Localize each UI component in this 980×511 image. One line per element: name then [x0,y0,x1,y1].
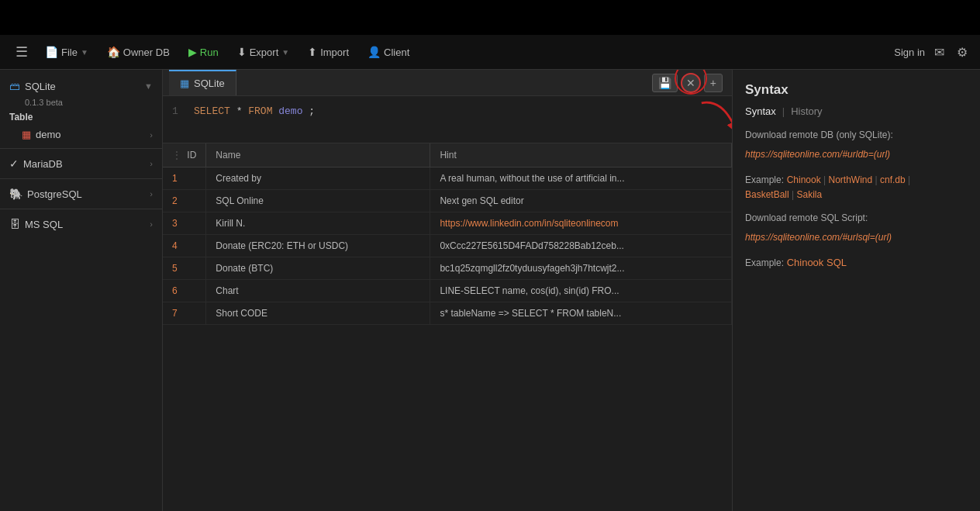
mssql-label: MS SQL [25,219,63,230]
example-link-basketball[interactable]: BasketBall [745,189,789,200]
kw-select: SELECT [194,105,230,117]
topnav-right: Sign in ✉ ⚙ [894,42,971,63]
kw-star: * [236,105,249,117]
file-icon: 📄 [45,46,58,58]
table-row: 7Short CODEs* tableName => SELECT * FROM… [163,302,732,325]
black-topbar [0,0,980,35]
file-menu[interactable]: 📄 File ▼ [37,42,96,62]
col-header-name: Name [206,143,430,167]
cell-hint: A real human, without the use of artific… [430,167,732,190]
cell-id: 3 [163,212,206,235]
editor-content[interactable]: 1 SELECT * FROM demo ; [163,96,732,143]
cell-id: 4 [163,235,206,257]
table-row: 3Kirill N.https://www.linkedin.com/in/sq… [163,212,732,235]
kw-table: demo [278,105,302,117]
download-remote-db-label: Download remote DB (only SQLite): [745,128,968,143]
cell-id: 2 [163,190,206,212]
run-icon: ▶ [188,46,197,58]
postgresql-icon: 🐘 [9,188,22,200]
client-menu[interactable]: 👤 Client [360,42,417,62]
add-tab-button[interactable]: + [704,74,723,92]
mariadb-icon: ✓ [9,157,19,170]
syntax-tab-divider: | [782,105,785,117]
close-btn-wrapper: ✕ [681,73,701,93]
code-line-1: 1 SELECT * FROM demo ; [172,104,723,120]
mssql-icon: 🗄 [9,218,20,230]
postgresql-chevron-icon: › [150,189,153,199]
cell-name: Donate (BTC) [206,257,430,280]
results-area[interactable]: ⋮ ID Name Hint 1Created byA real human, … [163,143,732,511]
export-menu[interactable]: ⬇ Export ▼ [229,42,297,62]
import-menu[interactable]: ⬆ Import [300,42,357,62]
download-remote-script-section: Download remote SQL Script: https://sqli… [745,211,968,245]
client-icon: 👤 [368,46,381,58]
example-link-chinook[interactable]: Chinook [787,174,821,185]
run-label: Run [200,47,219,58]
download-remote-db-section: Download remote DB (only SQLite): https:… [745,128,968,162]
syntax-tab-syntax[interactable]: Syntax [745,105,776,117]
cell-hint: s* tableName => SELECT * FROM tableN... [430,302,732,325]
settings-icon[interactable]: ⚙ [954,42,971,63]
results-header-row: ⋮ ID Name Hint [163,143,732,167]
sqlite-label: SQLite [25,81,56,92]
sidebar: 🗃 SQLite ▼ 0.1.3 beta Table ▦ demo › ✓ M… [0,70,163,511]
col-header-hint: Hint [430,143,732,167]
import-label: Import [320,47,349,58]
cell-hint: Next gen SQL editor [430,190,732,212]
sqlite-version: 0.1.3 beta [0,96,162,109]
demo-chevron-icon: › [150,130,153,140]
top-navigation: ☰ 📄 File ▼ 🏠 Owner DB ▶ Run ⬇ Export ▼ ⬆… [0,35,980,70]
sidebar-item-postgresql[interactable]: 🐘 PostgreSQL › [0,184,162,204]
main-content: ▦ SQLite 💾 ✕ [163,70,732,511]
sqlite-icon: 🗃 [9,80,20,92]
cell-name: SQL Online [206,190,430,212]
line-number-1: 1 [172,104,183,120]
sidebar-item-mariadb[interactable]: ✓ MariaDB › [0,154,162,174]
mariadb-label: MariaDB [23,158,63,170]
download-remote-db-url[interactable]: https://sqliteonline.com/#urldb=(url) [745,149,890,160]
file-dropdown-icon: ▼ [81,48,88,57]
download-remote-script-url[interactable]: https://sqliteonline.com/#urlsql=(url) [745,232,892,243]
cell-hint: LINE-SELECT name, cos(id), sin(id) FRO..… [430,280,732,302]
close-tab-button[interactable]: ✕ [681,73,701,93]
example-link-cnfdb[interactable]: cnf.db [880,174,906,185]
menu-icon[interactable]: ☰ [9,40,34,64]
export-icon: ⬇ [237,46,247,58]
example-label: Example: [745,174,784,185]
run-menu[interactable]: ▶ Run [181,42,226,62]
sidebar-item-demo[interactable]: ▦ demo › [0,126,162,143]
col-id-label: ID [187,150,196,161]
col-header-id: ⋮ ID [163,143,206,167]
postgresql-label: PostgreSQL [27,188,82,200]
mssql-db-left: 🗄 MS SQL [9,218,63,230]
mail-icon[interactable]: ✉ [931,42,947,63]
cell-name: Short CODE [206,302,430,325]
table-row: 2SQL OnlineNext gen SQL editor [163,190,732,212]
cell-name: Created by [206,167,430,190]
syntax-tab-history[interactable]: History [791,105,822,117]
sqlite-tab[interactable]: ▦ SQLite [169,70,236,95]
results-thead: ⋮ ID Name Hint [163,143,732,167]
ownerdb-menu[interactable]: 🏠 Owner DB [99,42,178,62]
table-row: 1Created byA real human, without the use… [163,167,732,190]
main-layout: 🗃 SQLite ▼ 0.1.3 beta Table ▦ demo › ✓ M… [0,70,980,511]
tab-db-icon: ▦ [180,78,189,89]
sidebar-item-mssql[interactable]: 🗄 MS SQL › [0,214,162,234]
code-text: SELECT * FROM demo ; [194,104,315,120]
sidebar-item-sqlite[interactable]: 🗃 SQLite ▼ [0,76,162,96]
cell-id: 7 [163,302,206,325]
kw-semicolon: ; [309,105,315,117]
example2-label: Example: [745,257,784,268]
demo-label: demo [36,129,61,140]
example-link-northwind[interactable]: NorthWind [828,174,872,185]
save-button[interactable]: 💾 [652,74,678,92]
pgsql-db-left: 🐘 PostgreSQL [9,188,82,200]
example2-link[interactable]: Chinook SQL [787,257,847,268]
kw-from: FROM [248,105,272,117]
example2-section: Example: Chinook SQL [745,256,968,271]
ownerdb-label: Owner DB [123,47,170,58]
pipe-3: | [908,174,910,185]
signin-button[interactable]: Sign in [894,47,925,58]
import-icon: ⬆ [308,46,317,58]
example-link-sakila[interactable]: Sakila [797,189,823,200]
